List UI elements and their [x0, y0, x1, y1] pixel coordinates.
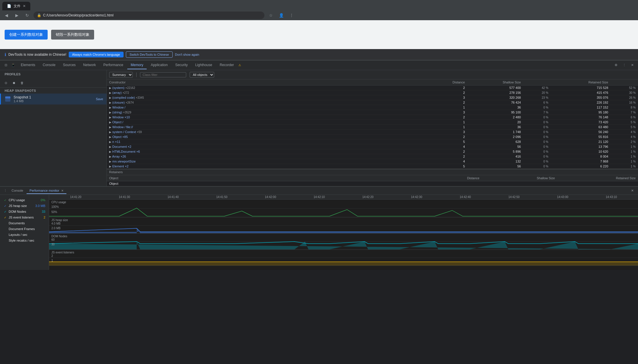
all-objects-select[interactable]: All objects — [190, 72, 214, 78]
constructor-name: (array) — [112, 91, 122, 94]
destroy-array-button[interactable]: 销毁一系列数组对象 — [51, 30, 94, 40]
table-row[interactable]: ▶ HTMLDocument ×6 2 5 896 0 % 10 620 1 % — [107, 149, 638, 154]
snapshot-1-item[interactable]: Snapshot 1 1.4 MB Save — [0, 94, 107, 104]
expand-arrow[interactable]: ▶ — [109, 106, 111, 109]
forward-button[interactable]: ▶ — [13, 11, 21, 19]
tab-close-icon[interactable]: ✕ — [23, 4, 26, 8]
retained-size-cell: 6 220 — [551, 164, 610, 169]
table-row[interactable]: ▶ system / Context ×59 3 1 748 0 % 56 24… — [107, 130, 638, 135]
expand-arrow[interactable]: ▶ — [109, 135, 111, 139]
expand-arrow[interactable]: ▶ — [109, 155, 111, 158]
expand-arrow[interactable]: ▶ — [109, 101, 111, 104]
notification-info-icon: ℹ — [5, 52, 6, 57]
expand-arrow[interactable]: ▶ — [109, 91, 111, 94]
perf-metric-item[interactable]: Style recalcs / sec — [0, 238, 49, 243]
devtools-notification: ℹ DevTools is now available in Chinese! … — [0, 49, 638, 60]
tab-perf-monitor[interactable]: Performance monitor ✕ — [27, 188, 66, 194]
tab-elements[interactable]: Elements — [17, 61, 39, 69]
device-icon[interactable]: 📱 — [10, 62, 17, 69]
expand-arrow[interactable]: ▶ — [109, 121, 111, 124]
perf-metric-item[interactable]: ✓ JS heap size 3.0 MB — [0, 203, 49, 209]
table-row[interactable]: ▶ (string) ×3529 3 95 100 7 % 95 180 7 % — [107, 110, 638, 115]
expand-arrow[interactable]: ▶ — [109, 140, 111, 143]
table-row[interactable]: ▶ Window / 1 36 0 % 117 152 8 % — [107, 105, 638, 110]
browser-tab[interactable]: 📄 文件 ✕ — [2, 2, 30, 10]
retained-size-cell: 10 620 — [551, 149, 610, 154]
table-row[interactable]: ▶ Array ×26 2 416 0 % 8 004 1 % — [107, 154, 638, 159]
expand-arrow[interactable]: ▶ — [109, 96, 111, 99]
start-recording-icon[interactable]: ⏺ — [10, 79, 17, 86]
snapshot-save-link[interactable]: Save — [96, 97, 103, 101]
perf-metric-name: Style recalcs / sec — [9, 239, 34, 242]
tab-memory[interactable]: Memory — [127, 61, 147, 69]
take-snapshot-icon[interactable]: ⊙ — [2, 79, 9, 86]
profile-button[interactable]: 👤 — [277, 11, 285, 19]
perf-metric-item[interactable]: ✓ DOM Nodes 33 — [0, 209, 49, 214]
time-label: 14:41:40 — [149, 195, 197, 199]
more-button[interactable]: ⋮ — [288, 11, 296, 19]
table-row[interactable]: ▶ Window ×10 2 2 480 0 % 76 148 6 % — [107, 115, 638, 120]
dont-show-again-link[interactable]: Don't show again — [175, 53, 199, 56]
bottom-tab-menu-icon[interactable]: ⋮ — [2, 188, 8, 194]
inspect-icon[interactable]: ⊡ — [2, 62, 9, 69]
switch-devtools-button[interactable]: Switch DevTools to Chinese — [126, 51, 173, 58]
tab-sources[interactable]: Sources — [59, 61, 79, 69]
tab-console-bottom[interactable]: Console — [9, 188, 26, 194]
perf-metric-item[interactable]: ✓ CPU usage 0% — [0, 197, 49, 203]
distance-cell: 5 — [426, 139, 467, 144]
address-box[interactable]: 🔒 C:/Users/lenovo/Desktop/practice/demo1… — [33, 12, 264, 19]
tab-recorder[interactable]: Recorder — [216, 61, 237, 69]
reload-button[interactable]: ↻ — [23, 11, 31, 19]
chart-timeline: 14:41:2014:41:3014:41:4014:41:5014:42:00… — [49, 195, 638, 199]
table-row[interactable]: ▶ (compiled code) ×3345 3 320 268 23 % 3… — [107, 95, 638, 100]
tab-application[interactable]: Application — [147, 61, 171, 69]
table-row[interactable]: ▶ Document ×2 4 56 0 % 13 796 1 % — [107, 144, 638, 149]
expand-arrow[interactable]: ▶ — [109, 111, 111, 114]
table-row[interactable]: ▶ mn.viewportSize 4 132 0 % 7 868 1 % — [107, 159, 638, 164]
delete-icon[interactable]: 🗑 — [18, 79, 25, 86]
expand-arrow[interactable]: ▶ — [109, 116, 111, 119]
table-row[interactable]: ▶ (closure) ×2674 2 76 424 6 % 226 192 1… — [107, 100, 638, 105]
table-row[interactable]: ▶ (system) ×22162 2 577 400 42 % 715 528… — [107, 85, 638, 90]
close-devtools-icon[interactable]: ✕ — [629, 62, 636, 69]
table-row[interactable]: ▶ Object ×85 2 2 096 0 % 55 816 4 % — [107, 135, 638, 139]
bookmark-button[interactable]: ☆ — [267, 11, 275, 19]
expand-arrow[interactable]: ▶ — [109, 150, 111, 153]
summary-select[interactable]: Summary — [109, 72, 133, 78]
perf-metric-item[interactable]: Documents — [0, 220, 49, 226]
constructor-cell: ▶ Object / — [107, 120, 426, 125]
back-button[interactable]: ◀ — [2, 11, 10, 19]
expand-arrow[interactable]: ▶ — [109, 160, 111, 163]
always-match-button[interactable]: Always match Chrome's language — [69, 52, 124, 57]
tab-lighthouse[interactable]: Lighthouse — [192, 61, 216, 69]
tab-console[interactable]: Console — [39, 61, 59, 69]
table-row[interactable]: ▶ Element ×2 5 56 0 % 6 220 1 % — [107, 164, 638, 169]
time-label: 14:41:50 — [197, 195, 246, 199]
perf-metric-item[interactable]: Layouts / sec — [0, 232, 49, 238]
perf-monitor-close-icon[interactable]: ✕ — [61, 189, 64, 192]
expand-arrow[interactable]: ▶ — [109, 86, 111, 89]
more-options-icon[interactable]: ⋮ — [621, 62, 628, 69]
tab-performance[interactable]: Performance — [100, 61, 127, 69]
class-filter-input[interactable] — [140, 72, 186, 77]
expand-arrow[interactable]: ▶ — [109, 145, 111, 148]
table-row[interactable]: ▶ Window / file:// 1 36 0 % 63 480 5 % — [107, 125, 638, 130]
constructor-name: (string) — [112, 111, 122, 114]
perf-metric-item[interactable]: Document Frames — [0, 226, 49, 232]
retainers-col-object: Object — [107, 175, 426, 181]
expand-arrow[interactable]: ▶ — [109, 126, 111, 129]
settings-icon[interactable]: ⚙ — [613, 62, 620, 69]
perf-metric-item[interactable]: ✓ JS event listeners 2 — [0, 214, 49, 220]
expand-arrow[interactable]: ▶ — [109, 130, 111, 134]
table-row[interactable]: ▶ (array) ×272 2 278 156 20 % 415 476 30… — [107, 90, 638, 95]
create-array-button[interactable]: 创建一系列数组对象 — [5, 30, 48, 40]
table-row[interactable]: ▶ Object / 1 20 0 % 73 420 5 % — [107, 120, 638, 125]
tab-security[interactable]: Security — [172, 61, 191, 69]
shallow-pct-cell: 0 % — [523, 139, 551, 144]
expand-arrow[interactable]: ▶ — [109, 165, 111, 168]
bottom-close-icon[interactable]: ✕ — [629, 187, 636, 194]
constructor-name: (compiled code) — [112, 96, 135, 99]
distance-cell: 1 — [426, 125, 467, 130]
table-row[interactable]: ▶ n ×11 5 628 0 % 21 120 2 % — [107, 139, 638, 144]
tab-network[interactable]: Network — [80, 61, 99, 69]
